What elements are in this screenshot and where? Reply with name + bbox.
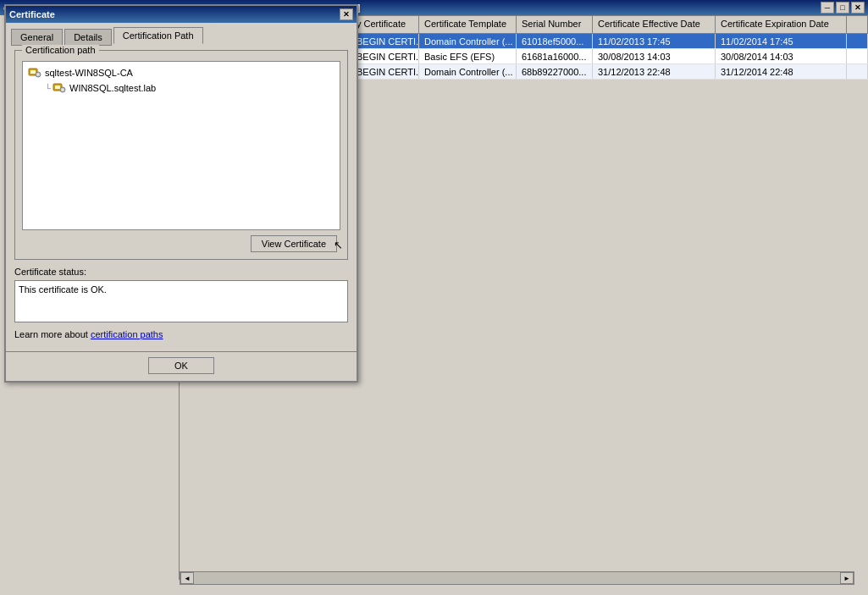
hscrollbar-track[interactable] xyxy=(194,572,840,584)
cell-expiration-3: 31/12/2014 22:48 xyxy=(716,64,847,79)
tab-certification-path[interactable]: Certification Path xyxy=(113,27,203,44)
tree-connector-icon: └ xyxy=(45,84,51,93)
svg-rect-5 xyxy=(55,85,60,89)
certification-path-tree[interactable]: sqltest-WIN8SQL-CA └ xyxy=(22,61,340,230)
cell-serial-1: 61018ef5000... xyxy=(517,34,593,48)
certification-paths-link[interactable]: certification paths xyxy=(91,329,163,339)
hscrollbar[interactable]: ◄ ► xyxy=(180,571,854,585)
view-certificate-button[interactable]: View Certificate ↖ xyxy=(251,235,337,252)
col-header-req[interactable]: y Certificate xyxy=(351,15,419,33)
certificate-dialog: Certificate ✕ General Details Certificat… xyxy=(4,4,358,383)
cell-req-1: BEGIN CERTI... xyxy=(351,34,419,48)
certification-path-groupbox: Certification path xyxy=(14,50,348,260)
cursor-icon: ↖ xyxy=(334,239,343,251)
ok-row: OK xyxy=(6,351,357,381)
dialog-content: Certification path xyxy=(6,43,357,351)
cell-effective-3: 31/12/2013 22:48 xyxy=(593,64,716,79)
cell-req-2: BEGIN CERTI... xyxy=(351,49,419,63)
cell-serial-2: 61681a16000... xyxy=(517,49,593,63)
table-row[interactable]: BEGIN CERTI... Domain Controller (... 68… xyxy=(351,64,868,80)
titlebar-buttons: ─ □ ✕ xyxy=(821,2,865,14)
maximize-btn[interactable]: □ xyxy=(836,2,849,14)
cell-template-1: Domain Controller (... xyxy=(419,34,517,48)
cell-serial-3: 68b89227000... xyxy=(517,64,593,79)
cell-template-2: Basic EFS (EFS) xyxy=(419,49,517,63)
col-header-last xyxy=(847,15,868,33)
tree-item-root[interactable]: sqltest-WIN8SQL-CA xyxy=(26,65,336,80)
child-cert-icon xyxy=(53,81,66,95)
groupbox-inner: sqltest-WIN8SQL-CA └ xyxy=(15,52,347,259)
child-cert-label: WIN8SQL.sqltest.lab xyxy=(69,83,156,93)
column-headers: y Certificate Certificate Template Seria… xyxy=(351,15,868,34)
table-row[interactable]: BEGIN CERTI... Domain Controller (... 61… xyxy=(351,34,868,49)
cell-last-1 xyxy=(847,34,868,48)
col-header-effective[interactable]: Certificate Effective Date xyxy=(593,15,716,33)
dialog-close-btn[interactable]: ✕ xyxy=(340,8,353,20)
svg-point-7 xyxy=(62,89,64,91)
hscrollbar-left-btn[interactable]: ◄ xyxy=(180,572,194,584)
cell-req-3: BEGIN CERTI... xyxy=(351,64,419,79)
learn-more-section: Learn more about certification paths xyxy=(14,329,348,339)
table-area: BEGIN CERTI... Domain Controller (... 61… xyxy=(351,34,868,80)
svg-rect-1 xyxy=(30,70,36,74)
dialog-titlebar: Certificate ✕ xyxy=(6,6,357,23)
svg-point-3 xyxy=(37,74,40,76)
tree-item-child[interactable]: └ WIN8SQL.sqltest.lab xyxy=(43,80,336,96)
cell-effective-2: 30/08/2013 14:03 xyxy=(593,49,716,63)
tab-general[interactable]: General xyxy=(11,29,63,46)
learn-more-text: Learn more about xyxy=(14,329,91,339)
minimize-btn[interactable]: ─ xyxy=(821,2,834,14)
hscrollbar-right-btn[interactable]: ► xyxy=(840,572,854,584)
ok-button[interactable]: OK xyxy=(148,357,214,374)
status-text: This certificate is OK. xyxy=(19,284,107,295)
cell-expiration-1: 11/02/2014 17:45 xyxy=(716,34,847,48)
root-cert-label: sqltest-WIN8SQL-CA xyxy=(45,68,133,78)
root-cert-icon xyxy=(28,66,41,80)
close-btn[interactable]: ✕ xyxy=(851,2,865,14)
main-window: certsrv - [Certification Authority (Loca… xyxy=(0,0,868,595)
col-header-serial[interactable]: Serial Number xyxy=(517,15,593,33)
cell-last-3 xyxy=(847,64,868,79)
dialog-title: Certificate xyxy=(9,9,340,19)
col-header-template[interactable]: Certificate Template xyxy=(419,15,517,33)
status-box: This certificate is OK. xyxy=(14,280,348,322)
cell-template-3: Domain Controller (... xyxy=(419,64,517,79)
cell-last-2 xyxy=(847,49,868,63)
col-header-expiration[interactable]: Certificate Expiration Date xyxy=(716,15,847,33)
view-cert-btn-area: View Certificate ↖ xyxy=(22,235,340,252)
status-label: Certificate status: xyxy=(14,267,348,277)
table-row[interactable]: BEGIN CERTI... Basic EFS (EFS) 61681a160… xyxy=(351,49,868,64)
tab-details[interactable]: Details xyxy=(64,29,112,46)
cell-effective-1: 11/02/2013 17:45 xyxy=(593,34,716,48)
cell-expiration-2: 30/08/2014 14:03 xyxy=(716,49,847,63)
tab-bar: General Details Certification Path xyxy=(6,23,357,43)
groupbox-legend: Certification path xyxy=(22,45,99,55)
